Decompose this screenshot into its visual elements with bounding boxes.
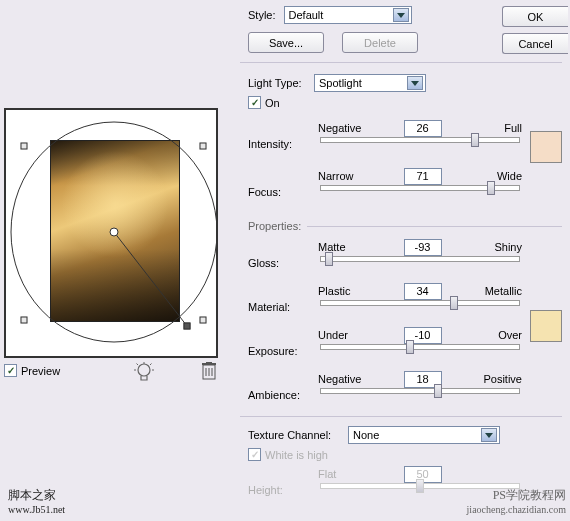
material-left: Plastic	[318, 285, 373, 297]
ambience-right: Positive	[472, 373, 522, 385]
lightbulb-icon[interactable]	[134, 362, 154, 389]
ambience-left: Negative	[318, 373, 373, 385]
cancel-button[interactable]: Cancel	[502, 33, 568, 54]
intensity-value[interactable]	[404, 120, 442, 137]
material-right: Metallic	[472, 285, 522, 297]
ok-button[interactable]: OK	[502, 6, 568, 27]
ellipse-handle[interactable]	[200, 317, 207, 324]
material-slider[interactable]	[320, 300, 520, 306]
texture-channel-value: None	[353, 429, 479, 441]
style-dropdown[interactable]: Default	[284, 6, 412, 24]
on-checkbox[interactable]: ✓	[248, 96, 261, 109]
intensity-label: Intensity:	[248, 138, 318, 150]
ellipse-handle[interactable]	[21, 317, 28, 324]
focus-value[interactable]	[404, 168, 442, 185]
save-button[interactable]: Save...	[248, 32, 324, 53]
light-type-value: Spotlight	[319, 77, 405, 89]
preview-label: Preview	[21, 365, 60, 377]
style-label: Style:	[248, 9, 276, 21]
texture-channel-label: Texture Channel:	[248, 429, 348, 441]
intensity-slider[interactable]	[320, 137, 520, 143]
trash-icon[interactable]	[202, 362, 216, 384]
gloss-value[interactable]	[404, 239, 442, 256]
light-target-handle[interactable]	[184, 323, 191, 330]
chevron-down-icon	[393, 8, 409, 22]
material-label: Material:	[248, 301, 318, 313]
intensity-row: Intensity: Negative Full	[248, 119, 522, 153]
gloss-slider[interactable]	[320, 256, 520, 262]
exposure-right: Over	[472, 329, 522, 341]
svg-point-2	[138, 364, 150, 376]
ellipse-handle[interactable]	[200, 143, 207, 150]
preview-box[interactable]	[4, 108, 218, 358]
svg-line-7	[150, 364, 152, 366]
svg-rect-13	[206, 362, 212, 363]
intensity-left: Negative	[318, 122, 373, 134]
svg-line-1	[114, 232, 187, 326]
intensity-right: Full	[472, 122, 522, 134]
properties-legend: Properties:	[248, 220, 307, 232]
svg-line-6	[137, 364, 139, 366]
footer-left: 脚本之家 www.Jb51.net	[8, 487, 65, 515]
footer-right: PS学院教程网 jiaocheng.chazidian.com	[467, 487, 566, 515]
ambience-slider[interactable]	[320, 388, 520, 394]
white-high-label: White is high	[265, 449, 328, 461]
focus-right: Wide	[472, 170, 522, 182]
on-label: On	[265, 97, 280, 109]
light-type-label: Light Type:	[248, 77, 314, 89]
white-high-checkbox: ✓	[248, 448, 261, 461]
ellipse-handle[interactable]	[21, 143, 28, 150]
exposure-left: Under	[318, 329, 373, 341]
ambience-label: Ambience:	[248, 389, 318, 401]
ambience-color-swatch[interactable]	[530, 310, 562, 342]
chevron-down-icon	[407, 76, 423, 90]
height-label: Height:	[248, 484, 318, 496]
exposure-slider[interactable]	[320, 344, 520, 350]
svg-rect-12	[202, 363, 216, 365]
preview-checkbox[interactable]: ✓	[4, 364, 17, 377]
gloss-label: Gloss:	[248, 257, 318, 269]
texture-channel-dropdown[interactable]: None	[348, 426, 500, 444]
style-value: Default	[289, 9, 391, 21]
material-value[interactable]	[404, 283, 442, 300]
height-left: Flat	[318, 468, 373, 480]
delete-button[interactable]: Delete	[342, 32, 418, 53]
light-center-handle[interactable]	[110, 228, 119, 237]
exposure-label: Exposure:	[248, 345, 318, 357]
light-color-swatch[interactable]	[530, 131, 562, 163]
focus-row: Focus: Narrow Wide	[248, 167, 522, 201]
focus-left: Narrow	[318, 170, 373, 182]
chevron-down-icon	[481, 428, 497, 442]
gloss-right: Shiny	[472, 241, 522, 253]
focus-slider[interactable]	[320, 185, 520, 191]
light-type-dropdown[interactable]: Spotlight	[314, 74, 426, 92]
focus-label: Focus:	[248, 186, 318, 198]
